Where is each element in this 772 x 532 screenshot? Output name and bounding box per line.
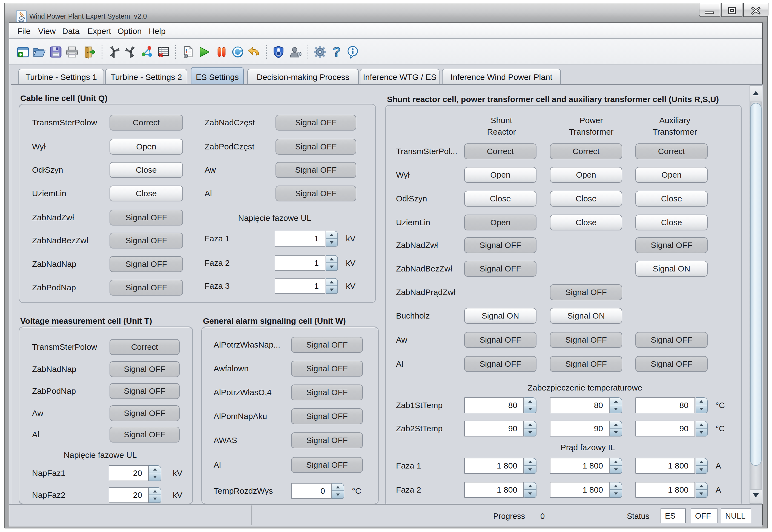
svg-text:?: ?: [332, 45, 340, 59]
